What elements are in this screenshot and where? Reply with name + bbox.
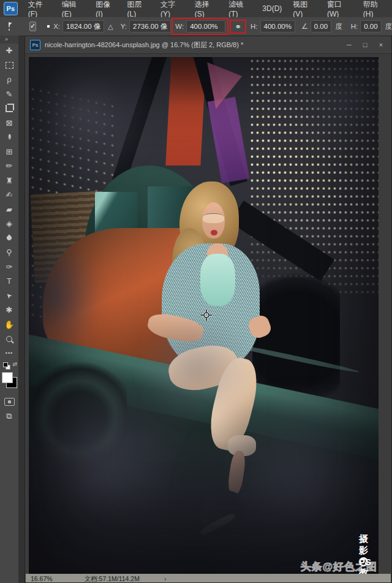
shape-glyph: ✱ — [6, 305, 13, 314]
reference-point-checkbox[interactable]: ✓ — [29, 21, 36, 31]
quick-selection-tool-icon[interactable]: ✎ — [0, 87, 18, 102]
swap-colors-icon[interactable]: ⇄ — [12, 361, 17, 367]
hand-tool-icon[interactable]: ✋ — [0, 318, 18, 332]
h-label: H: — [251, 23, 258, 30]
x-label: X: — [53, 23, 60, 30]
healing-brush-tool-icon[interactable]: ⊞ — [0, 145, 18, 159]
height-scale-field[interactable]: 400.00% — [260, 20, 295, 32]
quick-mask-button[interactable] — [0, 395, 18, 410]
status-bar: 16.67% 文档:57.1M/114.2M › — [26, 574, 391, 582]
tool-panel: » ✚ ρ ✎ ⊠ ✒ ⊞ ✏ ♜ ✍ ▰ ◈ ⚲ ✑ T ➤ ✱ ✋ ••• … — [0, 36, 19, 583]
zoom-level-field[interactable]: 16.67% — [31, 575, 53, 582]
skew-h-label: H: — [351, 23, 358, 30]
eraser-tool-icon[interactable]: ▰ — [0, 202, 18, 217]
more-glyph: ••• — [6, 350, 13, 356]
crop-tool-icon[interactable] — [0, 101, 18, 116]
skew-unit-label: 度 — [385, 22, 392, 31]
minimize-button[interactable]: ─ — [341, 37, 357, 52]
relative-position-icon[interactable]: △ — [108, 23, 113, 31]
rotate-angle-icon: ∠ — [301, 22, 308, 31]
photoshop-logo-icon[interactable]: Ps — [4, 2, 18, 15]
dodge-glyph: ⚲ — [6, 248, 12, 257]
horizontal-skew-field[interactable]: 0.00 — [360, 20, 381, 32]
eyedropper-tool-icon[interactable]: ✒ — [0, 130, 18, 145]
dodge-tool-icon[interactable]: ⚲ — [0, 245, 18, 260]
path-glyph: ➤ — [4, 291, 14, 300]
eraser-glyph: ▰ — [6, 205, 12, 214]
menu-window[interactable]: 窗口(W) — [322, 0, 358, 17]
watermark-front: 摄影PS教程 — [359, 557, 370, 566]
width-scale-field[interactable]: 400.00% — [186, 20, 225, 32]
edit-toolbar-icon[interactable]: ••• — [0, 346, 18, 361]
menu-bar: Ps 文件(F) 编辑(E) 图像(I) 图层(L) 文字(Y) 选择(S) 滤… — [0, 0, 392, 18]
photoshop-app: Ps 文件(F) 编辑(E) 图像(I) 图层(L) 文字(Y) 选择(S) 滤… — [0, 0, 392, 583]
type-tool-icon[interactable]: T — [0, 274, 18, 289]
path-selection-tool-icon[interactable]: ➤ — [0, 289, 18, 303]
status-chevron-icon[interactable]: › — [164, 575, 167, 582]
frame-glyph: ⊠ — [6, 118, 13, 128]
menu-image[interactable]: 图像(I) — [90, 0, 121, 17]
transform-tool-icon — [9, 22, 10, 31]
frame-tool-icon[interactable]: ⊠ — [0, 116, 18, 131]
pen-glyph: ✑ — [6, 262, 13, 272]
zoom-glyph — [6, 336, 12, 342]
menu-layer[interactable]: 图层(L) — [122, 0, 155, 17]
crop-glyph — [6, 105, 13, 112]
foreground-color-swatch[interactable] — [2, 372, 13, 383]
y-position-field[interactable]: 2736.00 像 — [129, 20, 171, 32]
marquee-tool-icon[interactable] — [0, 58, 18, 73]
menu-filter[interactable]: 滤镜(T) — [223, 0, 257, 17]
document-title-bar[interactable]: Ps nicole-harrington-482064-unsplash.jpg… — [25, 36, 391, 54]
lasso-glyph: ρ — [7, 75, 11, 84]
document-size-info: 文档:57.1M/114.2M — [85, 575, 140, 583]
menu-3d[interactable]: 3D(D) — [257, 0, 287, 17]
shape-tool-icon[interactable]: ✱ — [0, 303, 18, 318]
link-highlight-annotation: ⚭ — [230, 20, 246, 34]
menu-help[interactable]: 帮助(H) — [358, 0, 392, 17]
file-type-icon: Ps — [30, 40, 40, 50]
pen-tool-icon[interactable]: ✑ — [0, 260, 18, 275]
x-position-field[interactable]: 1824.00 像 — [62, 20, 104, 32]
gradient-glyph: ◈ — [6, 219, 12, 228]
menu-file[interactable]: 文件(F) — [23, 0, 56, 17]
quick-mask-icon — [4, 398, 15, 406]
rotation-field[interactable]: 0.00 — [311, 20, 331, 32]
default-colors-control[interactable]: ⇄ — [0, 360, 18, 370]
maintain-aspect-ratio-icon[interactable]: ⚭ — [233, 22, 243, 31]
menu-type[interactable]: 文字(Y) — [155, 0, 189, 17]
width-highlight-annotation: W: 400.00% — [172, 18, 228, 35]
toolbar-collapse-button[interactable]: » — [0, 36, 18, 44]
w-label: W: — [175, 23, 184, 30]
move-tool-icon[interactable]: ✚ — [0, 44, 18, 58]
menu-select[interactable]: 选择(S) — [189, 0, 224, 17]
options-bar: ✓ X: 1824.00 像 △ Y: 2736.00 像 W: 400.00%… — [0, 17, 392, 36]
move-glyph: ✚ — [6, 46, 13, 55]
lasso-tool-icon[interactable]: ρ — [0, 72, 18, 87]
y-label: Y: — [121, 23, 127, 30]
clone-stamp-tool-icon[interactable]: ♜ — [0, 173, 18, 188]
brush-tool-icon[interactable]: ✏ — [0, 159, 18, 173]
menu-edit[interactable]: 编辑(E) — [56, 0, 91, 17]
canvas-photo[interactable]: 头条@好色之图 摄影PS教程 — [29, 57, 379, 575]
marquee-glyph — [6, 62, 13, 69]
close-button[interactable]: × — [373, 37, 389, 52]
menu-view[interactable]: 视图(V) — [287, 0, 322, 17]
eyedropper-glyph: ✒ — [5, 134, 14, 140]
window-controls: ─ □ × — [341, 37, 389, 52]
maximize-button[interactable]: □ — [357, 37, 373, 52]
gradient-tool-icon[interactable]: ◈ — [0, 216, 18, 231]
blur-glyph — [6, 235, 12, 242]
document-window: Ps nicole-harrington-482064-unsplash.jpg… — [24, 36, 392, 583]
screen-mode-button[interactable]: ⧉ — [0, 410, 18, 424]
history-glyph: ✍ — [6, 190, 13, 199]
history-brush-tool-icon[interactable]: ✍ — [0, 188, 18, 202]
document-title: nicole-harrington-482064-unsplash.jpg @ … — [45, 40, 341, 50]
zoom-tool-icon[interactable] — [0, 332, 18, 346]
rotation-unit-label: 度 — [335, 22, 342, 31]
color-swatches — [0, 372, 18, 390]
hand-glyph: ✋ — [4, 320, 14, 329]
transform-reference-point-icon[interactable] — [201, 310, 212, 321]
default-colors-icon — [3, 362, 8, 367]
blur-tool-icon[interactable] — [0, 231, 18, 246]
quick-select-glyph: ✎ — [6, 90, 13, 99]
